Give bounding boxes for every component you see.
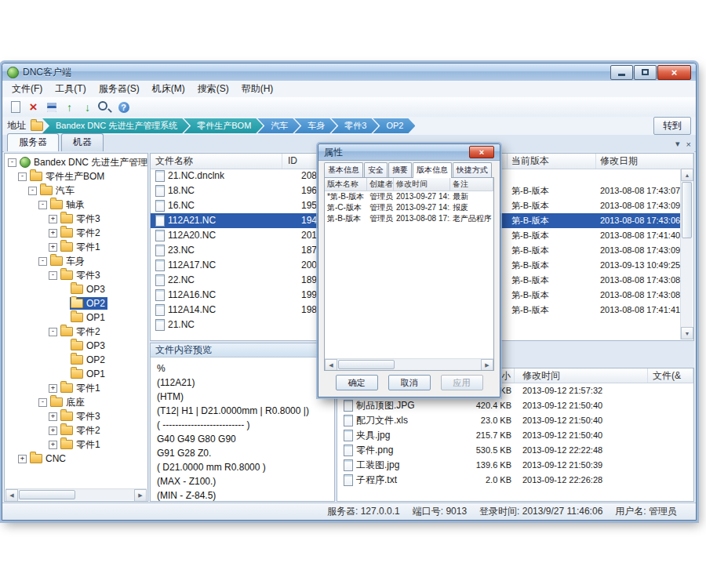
version-row[interactable]: 第-B-版本 管理员 2013-08-08 17:... 老产品程序 (325, 213, 493, 224)
save-icon[interactable] (43, 99, 60, 115)
version-row[interactable]: 第-C-版本 管理员 2013-09-27 14:... 报废 (325, 202, 493, 213)
tree-item[interactable]: + 零件1 (5, 381, 147, 395)
column-header-id[interactable]: ID (282, 154, 322, 169)
tree-expander-icon[interactable]: + (49, 229, 57, 238)
column-header-version[interactable]: 当前版本 (508, 154, 596, 169)
attachment-row[interactable]: 子程序.txt 2.0 KB 2013-09-12 22:26:28 (337, 473, 693, 488)
breadcrumb-item[interactable]: 零件3 (331, 118, 378, 133)
maximize-button[interactable] (634, 65, 657, 80)
tree-item[interactable]: - 底座 (5, 395, 147, 409)
view-tab[interactable]: 机器 (61, 133, 104, 151)
column-header-time[interactable]: 修改时间 (515, 368, 648, 383)
scroll-right-icon[interactable]: ▶ (134, 489, 147, 502)
menu-item[interactable]: 机床(M) (146, 81, 191, 97)
column-header-date[interactable]: 修改日期 (596, 154, 693, 169)
panel-close-icon[interactable]: × (686, 140, 691, 149)
tree-item[interactable]: - 零件2 (5, 325, 147, 339)
file-list-scrollbar[interactable]: ▲ ▼ (680, 169, 693, 339)
close-button[interactable]: × (657, 65, 691, 80)
tree-item[interactable]: + 零件1 (5, 437, 147, 452)
breadcrumb-item[interactable]: Bandex DNC 先进生产管理系统 (42, 118, 189, 133)
new-file-icon[interactable] (7, 99, 24, 115)
tree-item[interactable]: - 车身 (5, 254, 147, 268)
scroll-left-icon[interactable]: ◀ (325, 359, 337, 371)
tree-item[interactable]: + 零件3 (5, 409, 147, 423)
dialog-tab[interactable]: 安全 (364, 162, 388, 177)
tree-expander-icon[interactable]: + (49, 215, 57, 223)
tree-item[interactable]: - Bandex DNC 先进生产管理系统 (5, 155, 147, 169)
tree-expander-icon[interactable]: - (18, 172, 27, 181)
scroll-up-icon[interactable]: ▲ (681, 169, 693, 181)
dialog-tab[interactable]: 摘要 (388, 162, 412, 177)
column-header-name[interactable]: 文件名称 (151, 154, 282, 169)
tree-item[interactable]: + CNC (5, 452, 147, 466)
dialog-button[interactable]: 取消 (388, 375, 431, 390)
view-tab[interactable]: 服务器 (7, 133, 59, 152)
column-header-note[interactable]: 备注 (450, 178, 493, 191)
dialog-title-bar[interactable]: 属性 × (318, 144, 500, 161)
column-header-creator[interactable]: 创建者 (367, 178, 394, 191)
version-row[interactable]: *第-B-版本 管理员 2013-09-27 14:... 最新 (325, 191, 493, 202)
dialog-tab[interactable]: 基本信息 (324, 162, 363, 177)
tree-item[interactable]: OP3 (5, 282, 147, 296)
dialog-close-button[interactable]: × (469, 146, 494, 158)
tree-horizontal-scrollbar[interactable]: ◀ ▶ (5, 488, 147, 500)
tree-item[interactable]: OP3 (5, 339, 147, 353)
dialog-tab[interactable]: 版本信息 (413, 162, 452, 178)
column-header-modified[interactable]: 修改时间 (394, 178, 450, 191)
tree-expander-icon[interactable]: - (28, 187, 37, 195)
tree-item[interactable]: + 零件2 (5, 423, 147, 437)
scrollbar-track[interactable] (18, 489, 134, 500)
title-bar[interactable]: DNC客户端 × (2, 64, 696, 82)
tree-item[interactable]: + 零件2 (5, 226, 147, 240)
column-header-version-name[interactable]: 版本名称 (325, 178, 367, 191)
menu-item[interactable]: 工具(T) (49, 81, 92, 97)
upload-icon[interactable] (61, 99, 78, 115)
scrollbar-track[interactable] (681, 181, 693, 327)
scroll-down-icon[interactable]: ▼ (681, 327, 693, 339)
scrollbar-track[interactable] (337, 359, 481, 370)
download-icon[interactable] (79, 99, 96, 115)
tree-expander-icon[interactable]: - (49, 271, 57, 280)
dialog-horizontal-scrollbar[interactable]: ◀ ▶ (325, 358, 493, 370)
help-icon[interactable] (115, 99, 132, 115)
menu-item[interactable]: 服务器(S) (93, 81, 146, 97)
dialog-button[interactable]: 应用 (441, 375, 483, 390)
tree-item[interactable]: OP1 (5, 310, 147, 325)
minimize-button[interactable] (610, 65, 633, 80)
tree-item[interactable]: - 汽车 (5, 183, 147, 198)
go-button[interactable]: 转到 (653, 117, 691, 135)
tree-item[interactable]: OP2 (5, 353, 147, 367)
tree-item[interactable]: + 零件1 (5, 240, 147, 254)
tree-expander-icon[interactable]: + (49, 441, 57, 449)
tree-expander-icon[interactable]: - (49, 328, 57, 336)
tree-item[interactable]: - 零件3 (5, 268, 147, 282)
tree-expander-icon[interactable]: - (8, 158, 16, 167)
attachment-row[interactable]: 夹具.jpg 215.7 KB 2013-09-12 21:50:40 (337, 428, 693, 443)
breadcrumb-item[interactable]: OP2 (373, 118, 415, 133)
menu-item[interactable]: 文件(F) (5, 81, 49, 97)
tree-item[interactable]: - 轴承 (5, 198, 147, 212)
scroll-left-icon[interactable]: ◀ (5, 489, 18, 502)
delete-icon[interactable] (25, 99, 42, 115)
menu-item[interactable]: 帮助(H) (235, 81, 280, 97)
breadcrumb-item[interactable]: 车身 (294, 118, 337, 133)
tree-expander-icon[interactable]: + (49, 384, 57, 393)
breadcrumb-item[interactable]: 零件生产BOM (184, 118, 263, 133)
tree-expander-icon[interactable]: + (49, 426, 57, 435)
attachment-row[interactable]: 零件.png 530.5 KB 2013-09-12 22:22:48 (337, 443, 693, 458)
scrollbar-thumb[interactable] (19, 490, 75, 499)
panel-dropdown-icon[interactable]: ▾ (675, 139, 680, 149)
scroll-right-icon[interactable]: ▶ (481, 359, 493, 371)
attachment-row[interactable]: 配刀文件.xls 23.0 KB 2013-09-12 21:50:40 (337, 413, 693, 428)
attachment-row[interactable]: 制品顶图.JPG 420.4 KB 2013-09-12 21:50:40 (337, 398, 693, 413)
tree-expander-icon[interactable]: + (18, 455, 27, 463)
dialog-button[interactable]: 确定 (336, 375, 378, 390)
menu-item[interactable]: 搜索(S) (191, 81, 235, 97)
tree-expander-icon[interactable]: + (49, 243, 57, 252)
tree-item[interactable]: OP2 (5, 296, 147, 310)
breadcrumb-item[interactable]: 汽车 (257, 118, 300, 133)
tree-expander-icon[interactable]: + (49, 412, 57, 421)
attachment-row[interactable]: 工装图.jpg 139.6 KB 2013-09-12 21:50:39 (337, 458, 693, 473)
tree-expander-icon[interactable]: - (38, 398, 47, 407)
